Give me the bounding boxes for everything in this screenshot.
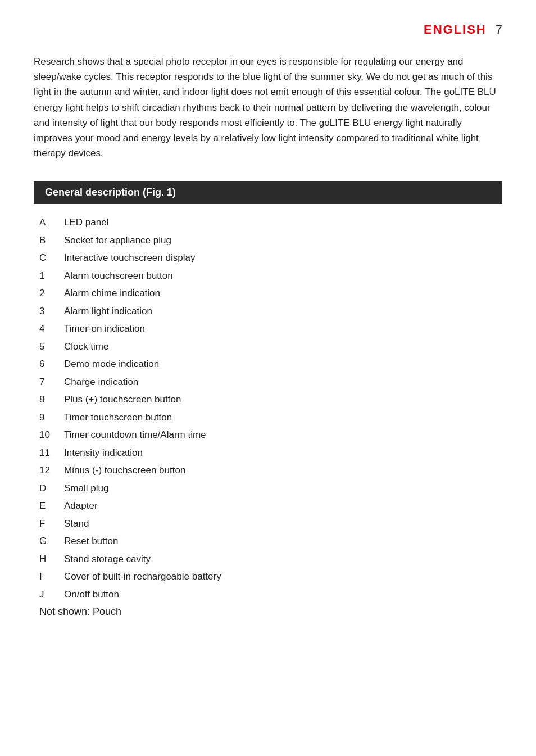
list-item: 7Charge indication — [39, 375, 497, 390]
item-key: F — [39, 517, 64, 531]
item-key: A — [39, 215, 64, 230]
item-key: 9 — [39, 410, 64, 425]
list-item: CInteractive touchscreen display — [39, 251, 497, 265]
item-value: Adapter — [64, 499, 98, 513]
item-value: Minus (-) touchscreen button — [64, 463, 185, 478]
item-key: 8 — [39, 392, 64, 407]
item-key: 4 — [39, 322, 64, 336]
list-item: ALED panel — [39, 215, 497, 230]
item-key: 7 — [39, 375, 64, 390]
item-key: 6 — [39, 357, 64, 372]
item-key: 11 — [39, 446, 64, 460]
list-item: 1Alarm touchscreen button — [39, 269, 497, 283]
page-header: ENGLISH 7 — [34, 22, 502, 37]
item-value: Alarm touchscreen button — [64, 269, 173, 283]
list-item: GReset button — [39, 534, 497, 549]
list-item: JOn/off button — [39, 587, 497, 602]
item-key: 2 — [39, 286, 64, 301]
section-title: General description (Fig. 1) — [34, 181, 502, 204]
item-value: Stand storage cavity — [64, 552, 151, 567]
item-value: LED panel — [64, 215, 108, 230]
list-item: 10Timer countdown time/Alarm time — [39, 428, 497, 442]
item-key: H — [39, 552, 64, 567]
item-value: Demo mode indication — [64, 357, 159, 372]
list-item: 11Intensity indication — [39, 446, 497, 460]
item-value: Small plug — [64, 481, 108, 496]
item-value: Timer touchscreen button — [64, 410, 172, 425]
item-key: B — [39, 233, 64, 248]
item-value: Timer countdown time/Alarm time — [64, 428, 206, 442]
item-value: Timer-on indication — [64, 322, 145, 336]
item-key: G — [39, 534, 64, 549]
description-list: ALED panelBSocket for appliance plugCInt… — [34, 215, 502, 601]
item-key: C — [39, 251, 64, 265]
item-value: Intensity indication — [64, 446, 143, 460]
item-value: Alarm light indication — [64, 304, 152, 319]
list-item: 8Plus (+) touchscreen button — [39, 392, 497, 407]
item-key: E — [39, 499, 64, 513]
list-item: BSocket for appliance plug — [39, 233, 497, 248]
list-item: DSmall plug — [39, 481, 497, 496]
item-value: Socket for appliance plug — [64, 233, 171, 248]
list-item: 4Timer-on indication — [39, 322, 497, 336]
list-item: 5Clock time — [39, 339, 497, 354]
item-key: D — [39, 481, 64, 496]
list-item: 3Alarm light indication — [39, 304, 497, 319]
item-key: 3 — [39, 304, 64, 319]
list-item: 9Timer touchscreen button — [39, 410, 497, 425]
item-value: Plus (+) touchscreen button — [64, 392, 181, 407]
list-item: 6Demo mode indication — [39, 357, 497, 372]
item-key: J — [39, 587, 64, 602]
item-key: 1 — [39, 269, 64, 283]
list-item: FStand — [39, 517, 497, 531]
item-value: Reset button — [64, 534, 118, 549]
page-number: 7 — [496, 22, 502, 37]
item-value: Charge indication — [64, 375, 138, 390]
list-item: EAdapter — [39, 499, 497, 513]
list-item: 12Minus (-) touchscreen button — [39, 463, 497, 478]
item-key: I — [39, 569, 64, 584]
intro-paragraph: Research shows that a special photo rece… — [34, 54, 502, 161]
language-label: ENGLISH — [424, 22, 487, 37]
list-item: HStand storage cavity — [39, 552, 497, 567]
item-value: On/off button — [64, 587, 119, 602]
item-key: 12 — [39, 463, 64, 478]
item-value: Cover of built-in rechargeable battery — [64, 569, 221, 584]
list-item: 2Alarm chime indication — [39, 286, 497, 301]
item-value: Alarm chime indication — [64, 286, 160, 301]
not-shown-text: Not shown: Pouch — [34, 606, 502, 618]
item-value: Interactive touchscreen display — [64, 251, 195, 265]
item-key: 10 — [39, 428, 64, 442]
item-value: Clock time — [64, 339, 108, 354]
list-item: ICover of built-in rechargeable battery — [39, 569, 497, 584]
item-value: Stand — [64, 517, 89, 531]
item-key: 5 — [39, 339, 64, 354]
